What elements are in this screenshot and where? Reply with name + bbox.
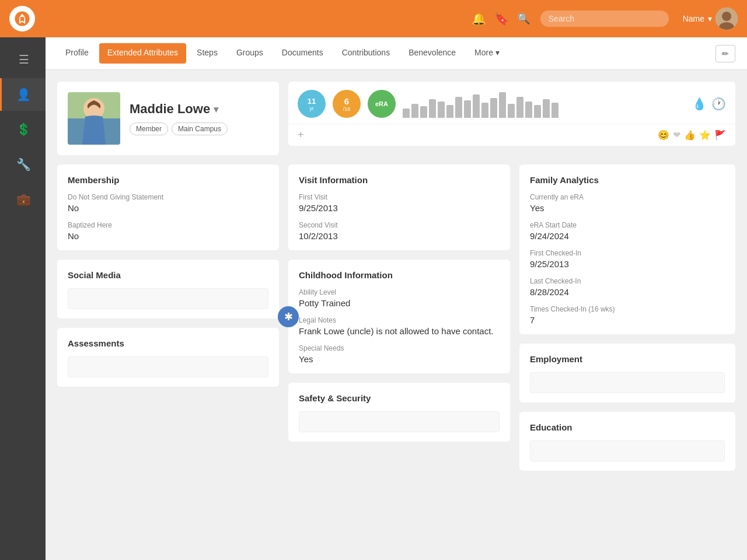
middle-column: Visit Information First Visit 9/25/2013 … xyxy=(288,164,510,471)
childhood-info-card: Childhood Information Ability Level Pott… xyxy=(288,260,510,373)
first-checkin-value: 9/25/2013 xyxy=(530,259,725,269)
finance-icon: 💲 xyxy=(16,123,31,136)
assessments-empty xyxy=(68,356,268,377)
sidebar-item-menu[interactable]: ☰ xyxy=(0,43,46,76)
smile-icon[interactable]: 😊 xyxy=(658,130,669,141)
person-header-card: Maddie Lowe ▾ Member Main Campus xyxy=(57,82,279,155)
tab-documents[interactable]: Documents xyxy=(274,38,331,68)
chart-bar xyxy=(438,102,445,118)
page-content: Maddie Lowe ▾ Member Main Campus xyxy=(46,70,747,482)
assessments-title: Assessments xyxy=(68,338,268,348)
visit-info-title: Visit Information xyxy=(299,175,500,185)
below-header: Membership Do Not Send Giving Statement … xyxy=(57,164,735,471)
first-checkin-label: First Checked-In xyxy=(530,249,725,257)
chart-bar xyxy=(499,92,506,118)
left-column: Membership Do Not Send Giving Statement … xyxy=(57,164,279,471)
chart-bar xyxy=(446,105,453,118)
times-checkin-label: Times Checked-In (16 wks) xyxy=(530,305,725,313)
era-badge: eRA xyxy=(368,90,396,118)
sidebar-item-settings[interactable]: 🔧 xyxy=(0,148,46,181)
tab-profile[interactable]: Profile xyxy=(57,38,97,68)
top-nav-icons: 🔔 🔖 🔍 Name ▾ xyxy=(472,8,738,30)
add-stat-button[interactable]: + xyxy=(298,129,304,141)
main-layout: ☰ 👤 💲 🔧 💼 Profile Extended Attributes St… xyxy=(0,37,747,560)
social-media-title: Social Media xyxy=(68,270,268,280)
tab-contributions[interactable]: Contributions xyxy=(334,38,399,68)
person-tags: Member Main Campus xyxy=(130,123,268,135)
chart-bar xyxy=(543,99,550,118)
chart-bar xyxy=(403,108,410,118)
stats-top: 11 yr 6 /16 eRA xyxy=(288,82,735,124)
svg-point-2 xyxy=(722,12,731,21)
thumbs-up-icon[interactable]: 👍 xyxy=(684,130,696,141)
chart-bar xyxy=(508,104,515,118)
safety-security-card: Safety & Security xyxy=(288,383,510,442)
tab-extended-attributes[interactable]: Extended Attributes xyxy=(99,43,186,64)
user-dropdown-chevron: ▾ xyxy=(708,14,712,23)
avatar xyxy=(715,8,738,30)
sidebar: ☰ 👤 💲 🔧 💼 xyxy=(0,37,46,560)
clock-icon[interactable]: 🕐 xyxy=(711,97,726,111)
era-value: Yes xyxy=(530,203,725,213)
tab-groups[interactable]: Groups xyxy=(228,38,271,68)
edit-button[interactable]: ✏ xyxy=(715,45,735,62)
bookmark-icon: 🔖 xyxy=(494,12,509,26)
tab-steps[interactable]: Steps xyxy=(189,38,226,68)
era-start-label: eRA Start Date xyxy=(530,221,725,229)
edit-icon: ✏ xyxy=(722,49,729,58)
legal-notes-value: Frank Lowe (uncle) is not allowed to hav… xyxy=(299,326,500,336)
special-needs-label: Special Needs xyxy=(299,344,500,352)
person-name-chevron-icon[interactable]: ▾ xyxy=(214,104,218,115)
tabs-bar: Profile Extended Attributes Steps Groups… xyxy=(46,37,747,70)
ability-level-label: Ability Level xyxy=(299,288,500,296)
chart-bar xyxy=(551,103,558,118)
notifications-button[interactable]: 🔔 xyxy=(472,12,486,26)
childhood-card-wrapper: ✱ Childhood Information Ability Level Po… xyxy=(288,260,510,373)
social-media-card: Social Media xyxy=(57,260,279,318)
ability-level-value: Potty Trained xyxy=(299,298,500,308)
age-badge: 11 yr xyxy=(298,90,326,118)
second-visit-value: 10/2/2013 xyxy=(299,231,500,241)
bookmarks-button[interactable]: 🔖 xyxy=(494,12,509,26)
chart-bar xyxy=(455,97,462,118)
childhood-title: Childhood Information xyxy=(299,270,500,280)
sidebar-item-people[interactable]: 👤 xyxy=(0,78,46,111)
second-visit-label: Second Visit xyxy=(299,221,500,229)
flag-icon[interactable]: 🚩 xyxy=(714,130,726,141)
sidebar-item-finance[interactable]: 💲 xyxy=(0,113,46,146)
first-visit-value: 9/25/2013 xyxy=(299,203,500,213)
safety-security-empty xyxy=(299,411,500,432)
giving-badge: 6 /16 xyxy=(333,90,361,118)
content-area: Profile Extended Attributes Steps Groups… xyxy=(46,37,747,560)
heart-icon[interactable]: ❤ xyxy=(673,130,680,141)
chart-bar xyxy=(490,98,497,118)
sidebar-item-tools[interactable]: 💼 xyxy=(0,183,46,216)
search-input[interactable] xyxy=(540,10,669,27)
legal-notes-label: Legal Notes xyxy=(299,316,500,324)
employment-empty xyxy=(530,372,725,393)
chart-bar xyxy=(525,102,532,118)
stats-bottom: + 😊 ❤ 👍 ⭐ 🚩 xyxy=(288,124,735,146)
stats-panel: 11 yr 6 /16 eRA xyxy=(288,82,735,146)
education-empty xyxy=(530,440,725,461)
app-logo[interactable] xyxy=(9,6,35,32)
special-needs-button[interactable]: ✱ xyxy=(278,306,299,327)
bell-icon: 🔔 xyxy=(472,12,486,26)
tab-benevolence[interactable]: Benevolence xyxy=(400,38,464,68)
assessments-card: Assessments xyxy=(57,328,279,387)
star-icon[interactable]: ⭐ xyxy=(699,130,711,141)
tab-more[interactable]: More ▾ xyxy=(466,38,508,68)
droplet-icon[interactable]: 💧 xyxy=(692,97,707,111)
education-card: Education xyxy=(519,412,735,471)
era-start-value: 9/24/2024 xyxy=(530,231,725,241)
top-navigation: 🔔 🔖 🔍 Name ▾ xyxy=(0,0,747,37)
user-menu[interactable]: Name ▾ xyxy=(683,8,738,30)
chart-bar xyxy=(481,103,488,118)
briefcase-icon: 💼 xyxy=(16,192,31,206)
chart-bar xyxy=(534,105,541,118)
do-not-send-value: No xyxy=(68,203,268,213)
family-analytics-card: Family Analytics Currently an eRA Yes eR… xyxy=(519,164,735,334)
family-analytics-title: Family Analytics xyxy=(530,175,725,185)
baptized-label: Baptized Here xyxy=(68,221,268,229)
wrench-icon: 🔧 xyxy=(16,158,31,172)
